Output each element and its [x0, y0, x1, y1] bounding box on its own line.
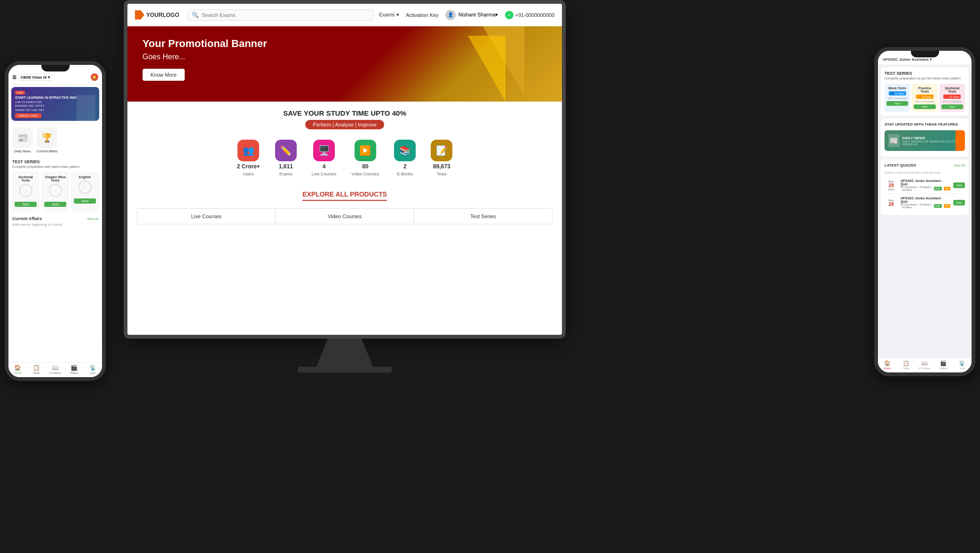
video-courses-number: 80	[362, 163, 368, 170]
stat-ebooks: 📚 2 E-Books	[394, 140, 416, 176]
rp-nav-live[interactable]: 📡 Live	[953, 360, 972, 370]
nav-videos[interactable]: 🎬 Videos	[64, 364, 83, 374]
phone-nav[interactable]: ✓ +91-0000000000	[505, 11, 555, 19]
rp-test-cards: Mock Tests 🔵 14 Sets 0% Completed Start …	[885, 84, 965, 112]
stats-icons: 👥 2 Crore+ Users ✏️ 1,611 Exams 🖥️ 4 Liv…	[137, 136, 553, 180]
rp-home-icon: 🏠	[884, 360, 891, 366]
quiz-name-2: UPSSSC Junior Assistant - Quiz	[901, 197, 950, 203]
logo-text[interactable]: YOURLOGO	[146, 12, 179, 18]
exams-label: Exams	[279, 172, 292, 176]
phone-banner-card: LIVE START LEARNING IN INTRACTIVE WAY LI…	[11, 87, 99, 121]
video-courses-tab[interactable]: Video Courses	[276, 209, 414, 224]
nav-tests[interactable]: 📋 Tests	[27, 364, 46, 374]
website: YOURLOGO 🔍 Exams ▾ Activation Key 👤 Nish…	[127, 4, 562, 335]
elibrary-icon: 📖	[52, 364, 59, 371]
sectional-circle: ○	[19, 184, 32, 197]
left-phone-frame: ☰ CBSE Class IX ▾ 🔔 LIVE START LEARNING …	[5, 61, 106, 381]
banner: Your Promotional Banner Goes Here... Kno…	[127, 26, 562, 102]
nav-elibrary[interactable]: 📖 E-Library	[46, 364, 65, 374]
rp-select[interactable]: UPSSSC Junior Assistant ▾	[883, 57, 932, 62]
sectional-tests-card: Sectional Tests ○ Start	[12, 172, 39, 211]
chapter-wise-circle: ○	[49, 184, 62, 197]
product-tabs: Live Courses Video Courses Test Series	[137, 208, 553, 224]
current-affairs-icon-item[interactable]: 🏆 Current Affairs	[37, 127, 58, 153]
monitor-stand	[316, 339, 373, 367]
perform-badge: Perform | Analyse | Improve	[305, 120, 384, 129]
banner-person	[77, 95, 95, 121]
notification-bell[interactable]: 🔔	[91, 73, 98, 81]
exams-nav[interactable]: Exams ▾	[379, 12, 399, 18]
chapter-wise-start-btn[interactable]: Start	[44, 202, 66, 207]
test-series-subtitle: Complete preparation with latest exam pa…	[12, 165, 98, 168]
nav-right: Exams ▾ Activation Key 👤 Nishant Sharma▾…	[379, 10, 554, 20]
phone-icons-row: 📰 Daily News 🏆 Current Affairs	[8, 124, 102, 157]
search-icon: 🔍	[192, 12, 199, 18]
test-series-tab[interactable]: Test Series	[414, 209, 552, 224]
mock-start-btn[interactable]: Start	[886, 101, 908, 106]
sectional-start-btn[interactable]: Start	[15, 202, 37, 207]
daily-news-icon: 📰	[12, 127, 33, 148]
practice-start-btn[interactable]: Start	[914, 104, 935, 109]
lq-view-all[interactable]: View All	[954, 164, 965, 167]
rp-live-label: Live	[960, 367, 965, 370]
stat-exams: ✏️ 1,611 Exams	[275, 140, 297, 176]
live-courses-tab[interactable]: Live Courses	[137, 209, 276, 224]
video-courses-icon-box: ▶️	[355, 140, 376, 161]
daily-news-icon-item[interactable]: 📰 Daily News	[12, 127, 33, 153]
rp-tests-label: Tests	[903, 367, 909, 370]
user-nav[interactable]: 👤 Nishant Sharma▾	[445, 10, 498, 20]
lq-title: LATEST QUIZZES	[885, 163, 916, 167]
test-cards-row: Sectional Tests ○ Start Chapter Wise Tes…	[12, 172, 98, 211]
banner-decoration	[430, 26, 524, 102]
logo-icon	[135, 10, 144, 20]
eng-badge-2: ENG	[934, 204, 942, 208]
sectional-start-btn[interactable]: Start	[941, 104, 963, 109]
nav-live[interactable]: 📡 Live	[83, 364, 102, 374]
quiz-details-text-2: 20 Questions · 20 Marks · 60 Mins	[901, 203, 932, 209]
nav-home[interactable]: 🏠 Home	[8, 364, 27, 374]
rp-features-title: STAY UPDATED WITH THESE FEATURES	[885, 122, 965, 126]
activation-key-nav[interactable]: Activation Key	[406, 12, 439, 18]
stat-live-courses: 🖥️ 4 Live Courses	[312, 140, 337, 176]
rp-nav-elibrary[interactable]: 📖 E-Library	[916, 360, 934, 370]
rp-nav-home[interactable]: 🏠 Home	[878, 360, 897, 370]
home-icon: 🏠	[14, 364, 21, 371]
rp-nav-tests[interactable]: 📋 Tests	[897, 360, 916, 370]
videos-icon: 🎬	[71, 364, 78, 371]
search-bar[interactable]: 🔍	[188, 9, 373, 21]
ca-subtitle: latest events happening in country	[8, 223, 102, 229]
monitor-base	[298, 367, 392, 372]
rp-elibrary-label: E-Library	[919, 367, 930, 370]
rp-ts-subtitle: Complete preparation as per the latest e…	[885, 77, 965, 80]
enroll-button[interactable]: ENROLL NOW	[15, 113, 41, 118]
rp-bottom-nav: 🏠 Home 📋 Tests 📖 E-Library 🎬 Videos 📡	[878, 358, 972, 372]
quiz-take-btn-2[interactable]: Start	[953, 200, 965, 205]
sectional-tests-card: Sectional Tests 🔴 21 Sets 0% Completed S…	[940, 84, 965, 112]
stat-video-courses: ▶️ 80 Video Courses	[351, 140, 379, 176]
know-more-button[interactable]: Know More	[142, 69, 185, 81]
live-courses-icon-box: 🖥️	[313, 140, 335, 161]
rp-nav-videos[interactable]: 🎬 Videos	[934, 360, 953, 370]
sectional-title: Sectional Tests	[15, 175, 37, 182]
rp-live-icon: 📡	[959, 360, 965, 366]
user-name: Nishant Sharma▾	[458, 12, 498, 18]
logo-area: YOURLOGO	[135, 10, 182, 20]
ca-view-all[interactable]: View all	[87, 217, 98, 221]
live-courses-number: 4	[323, 163, 326, 170]
quiz-details-2: 20 Questions · 20 Marks · 60 Mins ENG HI…	[901, 203, 950, 209]
search-input[interactable]	[202, 12, 369, 18]
mock-title: Mock Tests	[886, 87, 908, 90]
home-label: Home	[14, 371, 22, 374]
rp-videos-label: Videos	[939, 367, 948, 370]
sectional-title: Sectional Tests	[941, 87, 963, 93]
left-phone: ☰ CBSE Class IX ▾ 🔔 LIVE START LEARNING …	[5, 61, 106, 381]
quiz-take-btn-1[interactable]: Start	[953, 182, 965, 188]
daily-news-card[interactable]: 📰 DAILY NEWS DAILY UPDATES OF NEWS FOR Y…	[885, 130, 965, 151]
english-start-btn[interactable]: Start	[74, 198, 96, 204]
monitor-frame: YOURLOGO 🔍 Exams ▾ Activation Key 👤 Nish…	[124, 0, 566, 339]
live-badge: LIVE	[15, 91, 25, 95]
hamburger-icon[interactable]: ☰	[12, 75, 16, 80]
rp-ts-title: TEST SERIES	[885, 71, 965, 76]
class-badge[interactable]: CBSE Class IX ▾	[18, 74, 52, 81]
phone-number: +91-0000000000	[515, 12, 555, 18]
